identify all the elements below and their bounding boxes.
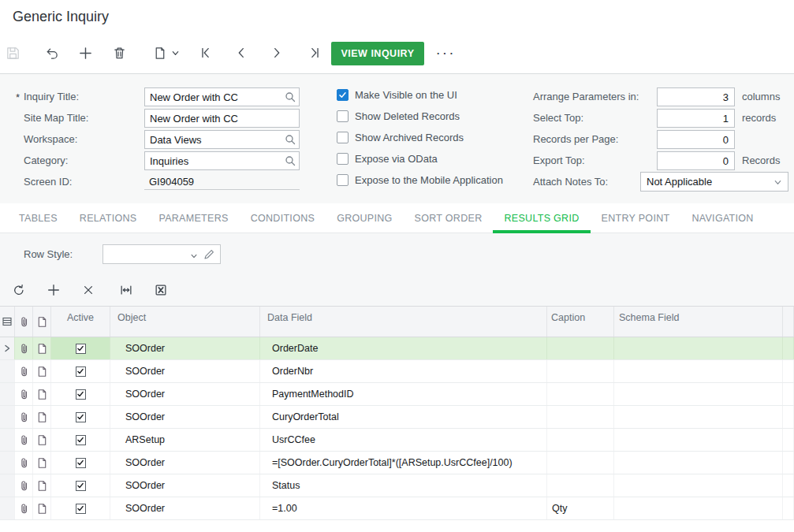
refresh-button[interactable] xyxy=(9,280,29,300)
records-per-page-input[interactable] xyxy=(657,130,735,149)
category-input[interactable] xyxy=(144,151,300,170)
row-note-cell[interactable] xyxy=(33,360,51,382)
schema-field-cell[interactable] xyxy=(614,360,783,382)
arrange-parameters-input[interactable] xyxy=(657,87,735,106)
caption-cell[interactable] xyxy=(547,452,614,474)
undo-button[interactable] xyxy=(39,41,63,65)
grid-settings-header[interactable] xyxy=(0,307,15,337)
row-files-cell[interactable] xyxy=(15,474,33,497)
data-field-cell[interactable]: =1.00 xyxy=(260,497,547,519)
row-note-cell[interactable] xyxy=(33,337,51,359)
checkbox-box[interactable] xyxy=(337,153,349,165)
fit-to-screen-button[interactable] xyxy=(116,280,136,300)
files-column-header[interactable] xyxy=(15,307,33,337)
table-row[interactable]: SOOrder =[SOOrder.CuryOrderTotal]*([ARSe… xyxy=(0,452,794,474)
data-field-cell[interactable]: CuryOrderTotal xyxy=(260,406,547,428)
caption-cell[interactable] xyxy=(547,360,614,382)
table-row[interactable]: SOOrder OrderNbr xyxy=(0,360,794,383)
table-row[interactable]: ARSetup UsrCCfee xyxy=(0,429,794,452)
active-cell[interactable] xyxy=(51,337,110,359)
select-top-input[interactable] xyxy=(657,109,735,128)
table-row[interactable]: SOOrder PaymentMethodID xyxy=(0,383,794,406)
checkbox-expose-via-odata[interactable]: Expose via OData xyxy=(337,153,438,165)
column-header-object[interactable]: Object xyxy=(110,307,260,337)
active-cell[interactable] xyxy=(51,406,110,428)
row-selector[interactable] xyxy=(0,383,15,405)
active-cell[interactable] xyxy=(51,360,110,382)
row-files-cell[interactable] xyxy=(15,360,33,382)
checkbox-box[interactable] xyxy=(337,174,349,186)
column-header-data-field[interactable]: Data Field xyxy=(260,307,547,337)
view-inquiry-button[interactable]: VIEW INQUIRY xyxy=(331,42,424,65)
active-checkbox[interactable] xyxy=(76,389,86,400)
checkbox-box[interactable] xyxy=(337,132,349,143)
object-cell[interactable]: SOOrder xyxy=(110,474,260,497)
row-selector[interactable] xyxy=(0,452,15,474)
row-note-cell[interactable] xyxy=(33,474,51,497)
save-button[interactable] xyxy=(1,41,24,65)
lookup-icon[interactable] xyxy=(285,91,296,102)
more-options-button[interactable]: ··· xyxy=(432,39,459,66)
go-first-button[interactable] xyxy=(194,41,218,65)
active-checkbox[interactable] xyxy=(76,504,86,514)
row-note-cell[interactable] xyxy=(33,497,51,519)
table-row[interactable]: SOOrder Status xyxy=(0,474,794,497)
object-cell[interactable]: SOOrder xyxy=(110,497,260,519)
schema-field-cell[interactable] xyxy=(614,497,783,519)
data-field-cell[interactable]: UsrCCfee xyxy=(260,429,547,451)
row-note-cell[interactable] xyxy=(33,452,51,474)
notes-column-header[interactable] xyxy=(33,307,51,337)
object-cell[interactable]: SOOrder xyxy=(110,406,260,428)
row-style-combo[interactable] xyxy=(103,244,221,264)
table-row[interactable]: SOOrder =1.00 Qty xyxy=(0,497,794,520)
table-row[interactable]: SOOrder OrderDate xyxy=(0,337,794,360)
row-selector[interactable] xyxy=(0,337,15,359)
tab-entry-point[interactable]: ENTRY POINT xyxy=(591,203,681,233)
row-files-cell[interactable] xyxy=(15,337,33,359)
caption-cell[interactable] xyxy=(547,406,614,428)
pencil-icon[interactable] xyxy=(203,248,215,261)
site-map-title-input[interactable] xyxy=(144,109,300,128)
object-cell[interactable]: SOOrder xyxy=(110,360,260,382)
tab-relations[interactable]: RELATIONS xyxy=(69,203,148,233)
lookup-icon[interactable] xyxy=(285,134,296,145)
active-cell[interactable] xyxy=(51,497,110,519)
active-cell[interactable] xyxy=(51,429,110,451)
tab-results-grid[interactable]: RESULTS GRID xyxy=(493,203,590,233)
workspace-input[interactable] xyxy=(144,130,300,149)
data-field-cell[interactable]: PaymentMethodID xyxy=(260,383,547,405)
row-selector[interactable] xyxy=(0,406,15,428)
active-checkbox[interactable] xyxy=(76,366,86,377)
tab-sort-order[interactable]: SORT ORDER xyxy=(404,203,494,233)
delete-row-button[interactable] xyxy=(78,280,99,300)
object-cell[interactable]: SOOrder xyxy=(110,383,260,405)
checkbox-show-archived-records[interactable]: Show Archived Records xyxy=(337,132,464,143)
active-checkbox[interactable] xyxy=(76,344,86,354)
checkbox-box[interactable] xyxy=(337,110,349,122)
caption-cell[interactable] xyxy=(547,383,614,405)
attach-notes-to-select[interactable]: Not Applicable xyxy=(640,172,788,192)
schema-field-cell[interactable] xyxy=(614,337,783,359)
active-checkbox[interactable] xyxy=(76,481,86,491)
go-previous-button[interactable] xyxy=(229,41,253,65)
row-files-cell[interactable] xyxy=(15,497,33,519)
active-cell[interactable] xyxy=(51,452,110,474)
row-selector[interactable] xyxy=(0,429,15,451)
add-record-button[interactable] xyxy=(73,41,97,65)
row-files-cell[interactable] xyxy=(15,429,33,451)
lookup-icon[interactable] xyxy=(285,155,296,166)
row-note-cell[interactable] xyxy=(33,429,51,451)
tab-parameters[interactable]: PARAMETERS xyxy=(147,203,239,233)
active-checkbox[interactable] xyxy=(76,435,86,445)
active-cell[interactable] xyxy=(51,474,110,497)
row-selector[interactable] xyxy=(0,474,15,497)
data-field-cell[interactable]: Status xyxy=(260,474,547,497)
schema-field-cell[interactable] xyxy=(614,429,783,451)
checkbox-expose-to-mobile[interactable]: Expose to the Mobile Application xyxy=(337,174,503,186)
row-selector[interactable] xyxy=(0,360,15,382)
checkbox-box[interactable] xyxy=(337,89,349,101)
data-field-cell[interactable]: OrderDate xyxy=(260,337,547,359)
tab-grouping[interactable]: GROUPING xyxy=(326,203,403,233)
tab-navigation[interactable]: NAVIGATION xyxy=(680,203,764,233)
export-to-excel-button[interactable] xyxy=(151,280,171,300)
